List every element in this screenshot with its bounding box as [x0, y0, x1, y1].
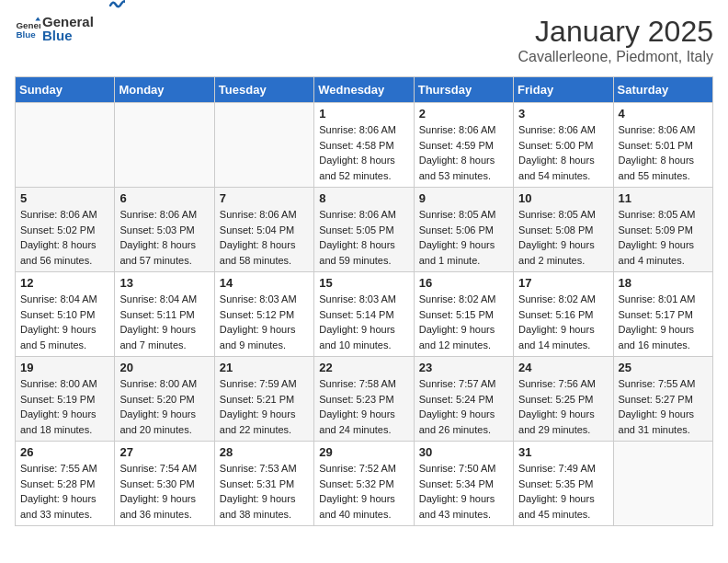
day-number: 18 [619, 276, 708, 290]
calendar-week-row: 19Sunrise: 8:00 AM Sunset: 5:19 PM Dayli… [16, 357, 713, 442]
day-number: 22 [319, 361, 408, 374]
calendar-cell: 3Sunrise: 8:06 AM Sunset: 5:00 PM Daylig… [514, 103, 613, 188]
day-number: 6 [119, 191, 209, 205]
svg-marker-2 [35, 17, 40, 20]
day-number: 11 [619, 191, 708, 205]
calendar-cell: 9Sunrise: 8:05 AM Sunset: 5:06 PM Daylig… [414, 188, 513, 272]
calendar-table: Sunday Monday Tuesday Wednesday Thursday… [15, 76, 713, 526]
day-number: 17 [518, 276, 608, 290]
page-header: General Blue General Blue January 2025 C… [15, 15, 713, 65]
calendar-cell: 5Sunrise: 8:06 AM Sunset: 5:02 PM Daylig… [16, 188, 115, 272]
header-wednesday: Wednesday [314, 77, 414, 103]
calendar-cell: 6Sunrise: 8:06 AM Sunset: 5:03 PM Daylig… [115, 188, 214, 272]
day-number: 9 [419, 191, 508, 205]
day-info: Sunrise: 8:06 AM Sunset: 5:04 PM Dayligh… [220, 207, 309, 268]
calendar-week-row: 5Sunrise: 8:06 AM Sunset: 5:02 PM Daylig… [16, 188, 713, 272]
day-number: 8 [319, 191, 408, 205]
day-info: Sunrise: 8:00 AM Sunset: 5:19 PM Dayligh… [20, 376, 109, 437]
day-number: 30 [419, 445, 508, 459]
title-block: January 2025 Cavallerleone, Piedmont, It… [518, 15, 713, 65]
day-number: 5 [20, 191, 109, 205]
day-info: Sunrise: 8:00 AM Sunset: 5:20 PM Dayligh… [119, 376, 209, 437]
day-info: Sunrise: 8:06 AM Sunset: 4:59 PM Dayligh… [419, 122, 508, 183]
day-info: Sunrise: 8:06 AM Sunset: 5:02 PM Dayligh… [20, 207, 109, 268]
day-number: 14 [220, 276, 309, 290]
day-info: Sunrise: 8:06 AM Sunset: 5:00 PM Dayligh… [518, 122, 608, 183]
day-info: Sunrise: 8:02 AM Sunset: 5:15 PM Dayligh… [419, 292, 508, 352]
calendar-cell: 25Sunrise: 7:55 AM Sunset: 5:27 PM Dayli… [613, 357, 712, 442]
calendar-cell: 15Sunrise: 8:03 AM Sunset: 5:14 PM Dayli… [314, 272, 414, 357]
day-info: Sunrise: 8:06 AM Sunset: 5:03 PM Dayligh… [119, 207, 209, 268]
day-info: Sunrise: 8:03 AM Sunset: 5:14 PM Dayligh… [319, 292, 408, 352]
day-number: 20 [119, 361, 209, 374]
calendar-cell: 27Sunrise: 7:54 AM Sunset: 5:30 PM Dayli… [115, 442, 214, 526]
day-number: 7 [220, 191, 309, 205]
calendar-cell [613, 442, 712, 526]
day-number: 28 [220, 445, 309, 459]
day-number: 1 [319, 107, 408, 121]
day-info: Sunrise: 7:58 AM Sunset: 5:23 PM Dayligh… [319, 376, 408, 437]
location: Cavallerleone, Piedmont, Italy [518, 49, 713, 65]
day-number: 19 [20, 361, 109, 374]
day-info: Sunrise: 8:02 AM Sunset: 5:16 PM Dayligh… [518, 292, 608, 352]
header-tuesday: Tuesday [214, 77, 313, 103]
calendar-cell: 30Sunrise: 7:50 AM Sunset: 5:34 PM Dayli… [414, 442, 513, 526]
calendar-cell: 13Sunrise: 8:04 AM Sunset: 5:11 PM Dayli… [115, 272, 214, 357]
day-info: Sunrise: 8:03 AM Sunset: 5:12 PM Dayligh… [220, 292, 309, 352]
day-info: Sunrise: 7:50 AM Sunset: 5:34 PM Dayligh… [419, 461, 508, 522]
header-thursday: Thursday [414, 77, 513, 103]
logo-icon: General Blue [15, 16, 40, 41]
day-info: Sunrise: 7:53 AM Sunset: 5:31 PM Dayligh… [220, 461, 309, 522]
calendar-cell [115, 103, 214, 188]
day-number: 4 [619, 107, 708, 121]
header-friday: Friday [514, 77, 613, 103]
day-info: Sunrise: 8:06 AM Sunset: 5:05 PM Dayligh… [319, 207, 408, 268]
calendar-cell: 31Sunrise: 7:49 AM Sunset: 5:35 PM Dayli… [514, 442, 613, 526]
header-monday: Monday [115, 77, 214, 103]
day-number: 27 [119, 445, 209, 459]
day-info: Sunrise: 7:55 AM Sunset: 5:28 PM Dayligh… [20, 461, 109, 522]
day-info: Sunrise: 7:49 AM Sunset: 5:35 PM Dayligh… [518, 461, 608, 522]
day-info: Sunrise: 8:06 AM Sunset: 4:58 PM Dayligh… [319, 122, 408, 183]
calendar-cell: 22Sunrise: 7:58 AM Sunset: 5:23 PM Dayli… [314, 357, 414, 442]
day-number: 31 [518, 445, 608, 459]
calendar-cell: 2Sunrise: 8:06 AM Sunset: 4:59 PM Daylig… [414, 103, 513, 188]
day-number: 29 [319, 445, 408, 459]
day-info: Sunrise: 8:05 AM Sunset: 5:06 PM Dayligh… [419, 207, 508, 268]
calendar-cell: 29Sunrise: 7:52 AM Sunset: 5:32 PM Dayli… [314, 442, 414, 526]
day-number: 26 [20, 445, 109, 459]
logo: General Blue General Blue [15, 15, 125, 42]
calendar-cell: 4Sunrise: 8:06 AM Sunset: 5:01 PM Daylig… [613, 103, 712, 188]
calendar-cell: 12Sunrise: 8:04 AM Sunset: 5:10 PM Dayli… [16, 272, 115, 357]
day-number: 13 [119, 276, 209, 290]
day-number: 3 [518, 107, 608, 121]
calendar-cell: 7Sunrise: 8:06 AM Sunset: 5:04 PM Daylig… [214, 188, 313, 272]
day-number: 23 [419, 361, 508, 374]
calendar-cell: 17Sunrise: 8:02 AM Sunset: 5:16 PM Dayli… [514, 272, 613, 357]
svg-text:Blue: Blue [16, 29, 36, 40]
calendar-cell: 19Sunrise: 8:00 AM Sunset: 5:19 PM Dayli… [16, 357, 115, 442]
calendar-cell: 26Sunrise: 7:55 AM Sunset: 5:28 PM Dayli… [16, 442, 115, 526]
day-number: 15 [319, 276, 408, 290]
day-info: Sunrise: 8:05 AM Sunset: 5:09 PM Dayligh… [619, 207, 708, 268]
day-info: Sunrise: 8:06 AM Sunset: 5:01 PM Dayligh… [619, 122, 708, 183]
day-info: Sunrise: 7:56 AM Sunset: 5:25 PM Dayligh… [518, 376, 608, 437]
day-info: Sunrise: 8:05 AM Sunset: 5:08 PM Dayligh… [518, 207, 608, 268]
calendar-cell [16, 103, 115, 188]
day-number: 12 [20, 276, 109, 290]
calendar-cell: 20Sunrise: 8:00 AM Sunset: 5:20 PM Dayli… [115, 357, 214, 442]
day-info: Sunrise: 7:54 AM Sunset: 5:30 PM Dayligh… [119, 461, 209, 522]
day-number: 16 [419, 276, 508, 290]
calendar-cell: 23Sunrise: 7:57 AM Sunset: 5:24 PM Dayli… [414, 357, 513, 442]
header-saturday: Saturday [613, 77, 712, 103]
calendar-cell: 1Sunrise: 8:06 AM Sunset: 4:58 PM Daylig… [314, 103, 414, 188]
day-info: Sunrise: 8:04 AM Sunset: 5:10 PM Dayligh… [20, 292, 109, 352]
header-sunday: Sunday [16, 77, 115, 103]
calendar-week-row: 1Sunrise: 8:06 AM Sunset: 4:58 PM Daylig… [16, 103, 713, 188]
day-info: Sunrise: 7:52 AM Sunset: 5:32 PM Dayligh… [319, 461, 408, 522]
day-number: 10 [518, 191, 608, 205]
day-number: 21 [220, 361, 309, 374]
day-number: 2 [419, 107, 508, 121]
calendar-cell: 18Sunrise: 8:01 AM Sunset: 5:17 PM Dayli… [613, 272, 712, 357]
calendar-week-row: 12Sunrise: 8:04 AM Sunset: 5:10 PM Dayli… [16, 272, 713, 357]
